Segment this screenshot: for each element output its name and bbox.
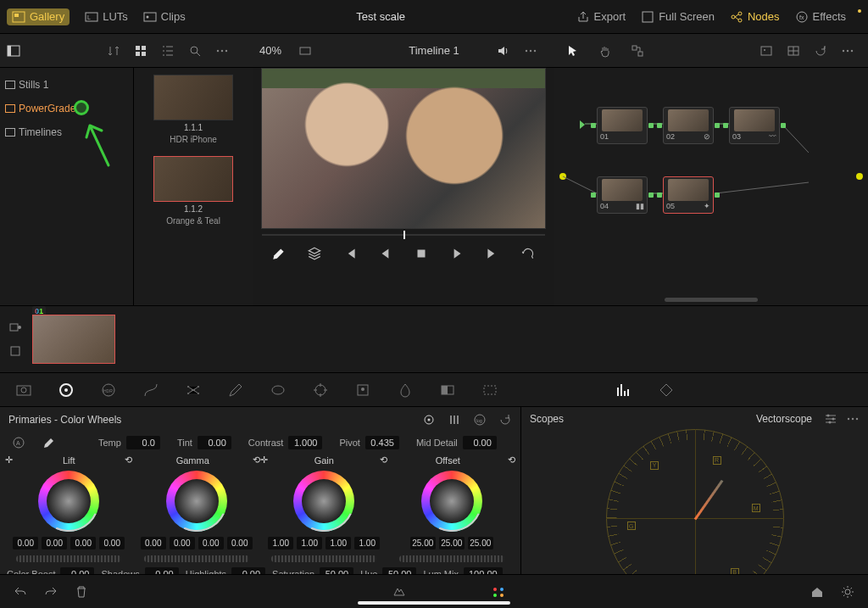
reset-icon[interactable]: ⟲	[253, 455, 260, 466]
scope-settings-icon[interactable]	[824, 412, 837, 426]
wheel-val[interactable]: 0.00	[13, 537, 38, 549]
wheel-val[interactable]: 0.00	[227, 537, 253, 549]
pick-white-icon[interactable]	[42, 436, 56, 449]
wheel-val[interactable]: 1.00	[326, 537, 351, 549]
contrast-value[interactable]: 1.000	[288, 436, 322, 449]
offset-color-wheel[interactable]	[421, 471, 482, 532]
qualifier-tool[interactable]	[227, 382, 244, 399]
wheel-val[interactable]: 1.00	[354, 537, 380, 549]
sizing-tool[interactable]	[481, 382, 498, 399]
wheel-val[interactable]: 0.00	[170, 537, 195, 549]
nodes-tab[interactable]: Nodes	[730, 10, 780, 24]
curves-tool[interactable]	[142, 382, 159, 399]
export-button[interactable]: Export	[576, 10, 626, 24]
key-tool[interactable]	[439, 382, 456, 399]
reset-icon[interactable]	[498, 413, 512, 427]
prev-frame-button[interactable]	[378, 246, 393, 261]
gamma-color-wheel[interactable]	[166, 471, 227, 532]
wheel-val[interactable]: 25.00	[468, 537, 493, 549]
pointer-tool[interactable]	[559, 37, 587, 64]
timeline-clip[interactable]	[32, 315, 115, 364]
blur-tool[interactable]	[397, 382, 414, 399]
color-page-icon[interactable]	[392, 585, 406, 599]
wheel-val[interactable]: 0.00	[70, 537, 96, 549]
node-scrollbar[interactable]	[665, 298, 758, 302]
wheel-val[interactable]: 1.00	[297, 537, 322, 549]
window-tool[interactable]	[270, 382, 287, 399]
sidebar-toggle-button[interactable]	[0, 37, 27, 64]
magic-mask-tool[interactable]	[354, 382, 371, 399]
sidebar-item-stills[interactable]: Stills 1	[0, 73, 133, 97]
hand-tool[interactable]	[592, 37, 619, 64]
pivot-value[interactable]: 0.435	[365, 436, 399, 449]
node-02[interactable]: 02⊘	[663, 107, 714, 144]
node-reset-button[interactable]	[807, 37, 834, 64]
bars-mode-icon[interactable]	[448, 413, 461, 427]
plus-icon[interactable]: ✛	[5, 455, 13, 466]
auto-balance-icon[interactable]: A	[12, 436, 25, 449]
viewer-image[interactable]	[261, 68, 546, 229]
sidebar-item-powergrade[interactable]: PowerGrade	[0, 97, 133, 120]
home-icon[interactable]	[810, 585, 824, 599]
node-layout-tool[interactable]	[624, 37, 651, 64]
wheel-val[interactable]: 1.00	[268, 537, 293, 549]
layers-button[interactable]	[307, 246, 322, 261]
reset-icon[interactable]: ⟲	[125, 455, 132, 466]
sidebar-item-timelines[interactable]: Timelines	[0, 120, 133, 144]
last-frame-button[interactable]	[485, 246, 500, 261]
wheel-val[interactable]: 0.00	[198, 537, 224, 549]
node-04[interactable]: 04▮▮	[597, 176, 648, 214]
grid-view-button[interactable]	[127, 37, 154, 64]
wheel-val[interactable]: 0.00	[99, 537, 125, 549]
log-mode-icon[interactable]: log	[473, 413, 487, 427]
node-thumb-button[interactable]	[753, 37, 780, 64]
gear-icon[interactable]	[841, 585, 854, 599]
still-thumb[interactable]: 1.1.1 HDR iPhone	[153, 75, 233, 144]
timeline-name[interactable]: Timeline 1	[409, 44, 459, 57]
play-button[interactable]	[449, 246, 465, 261]
wheels-mode-icon[interactable]	[422, 413, 436, 427]
offset-jog[interactable]	[399, 555, 504, 562]
more-gallery-button[interactable]	[209, 37, 236, 64]
info-toggle[interactable]	[658, 382, 675, 399]
gain-jog[interactable]	[271, 555, 376, 562]
trash-icon[interactable]	[75, 585, 88, 599]
picker-tool[interactable]	[271, 246, 287, 261]
temp-value[interactable]: 0.0	[126, 436, 160, 449]
wheel-val[interactable]: 0.00	[42, 537, 67, 549]
record-icon[interactable]	[8, 321, 22, 334]
scopes-toggle[interactable]	[615, 382, 632, 399]
camera-raw-tool[interactable]	[15, 382, 32, 399]
reset-icon[interactable]: ⟲	[508, 455, 515, 466]
sort-button[interactable]	[100, 37, 127, 64]
plus-icon[interactable]: ✛	[260, 455, 268, 466]
lift-jog[interactable]	[16, 555, 121, 562]
viewer-mode-button[interactable]	[292, 37, 319, 64]
first-frame-button[interactable]	[342, 246, 358, 261]
tracker-tool[interactable]	[312, 382, 329, 399]
gallery-tab[interactable]: Gallery	[7, 8, 70, 25]
audio-button[interactable]	[490, 37, 517, 64]
fullscreen-button[interactable]: Full Screen	[641, 10, 715, 24]
node-05[interactable]: 05✦	[663, 176, 714, 214]
node-01[interactable]: 01	[597, 107, 648, 144]
node-03[interactable]: 03〰	[729, 107, 780, 144]
hdr-tool[interactable]: HDR	[100, 382, 117, 399]
scope-mode[interactable]: Vectorscope	[756, 413, 812, 425]
more-nodes-button[interactable]	[834, 37, 861, 64]
reset-icon[interactable]: ⟲	[380, 455, 387, 466]
loop-button[interactable]	[520, 246, 536, 261]
gain-color-wheel[interactable]	[293, 471, 354, 532]
filmstrip-icon[interactable]	[8, 344, 22, 358]
wheel-val[interactable]: 0.00	[141, 537, 166, 549]
redo-icon[interactable]	[44, 585, 58, 599]
tint-value[interactable]: 0.00	[198, 436, 231, 449]
lift-color-wheel[interactable]	[38, 471, 99, 532]
luts-tab[interactable]: L LUTs	[85, 10, 128, 24]
search-button[interactable]	[181, 37, 209, 64]
undo-icon[interactable]	[14, 585, 27, 599]
list-view-button[interactable]	[154, 37, 181, 64]
wheel-val[interactable]: 25.00	[439, 537, 465, 549]
middetail-value[interactable]: 0.00	[463, 436, 497, 449]
color-wheels-tool[interactable]	[58, 382, 75, 399]
